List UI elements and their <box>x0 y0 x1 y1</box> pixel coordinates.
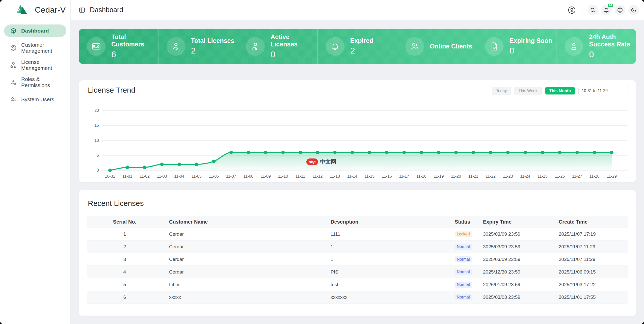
cell-expiry: 2026/01/09 23:59 <box>476 282 552 287</box>
stat-expiring-soon: Expiring Soon0 <box>477 29 556 64</box>
svg-text:11-29: 11-29 <box>607 174 617 178</box>
stat-total-licenses: Total Licenses2 <box>158 29 238 64</box>
cell-create: 2025/11/01 17:55 <box>552 294 628 300</box>
search-icon <box>590 7 596 13</box>
sidebar-item-license-management[interactable]: License Management <box>4 59 66 71</box>
svg-text:11-08: 11-08 <box>244 174 254 178</box>
user-circle-icon <box>10 45 17 51</box>
sidebar-item-label: License Management <box>21 59 66 71</box>
app-window: Cedar-V Dashboard Customer Management <box>0 0 644 324</box>
column-status: Status <box>448 219 476 225</box>
language-button[interactable] <box>615 5 625 15</box>
status-badge: Normal <box>455 269 472 275</box>
cell-expiry: 3025/03/09 23:59 <box>476 244 552 250</box>
dark-mode-button[interactable] <box>628 5 639 15</box>
stat-label: Online Clients <box>430 43 472 50</box>
cell-expiry: 3025/03/03 23:59 <box>476 294 552 300</box>
table-row: 6 xxxxx xxxxxxx Normal 3025/03/03 23:59 … <box>87 291 628 304</box>
svg-text:11-14: 11-14 <box>347 174 357 178</box>
cell-serial: 2 <box>87 244 163 250</box>
cell-description: test <box>324 282 448 287</box>
stat-value: 0 <box>589 49 636 59</box>
stats-banner: Total Customers6 Total Licenses2 Active … <box>79 29 636 64</box>
data-point <box>506 151 510 154</box>
stat-value: 2 <box>191 46 234 56</box>
cell-create: 2025/11/07 17:19 <box>552 231 628 237</box>
cell-description: 1 <box>324 244 448 250</box>
data-point <box>541 151 544 154</box>
data-point <box>177 163 181 166</box>
data-point <box>333 151 337 154</box>
stat-active-licenses: Active Licenses0 <box>238 29 317 64</box>
watermark-text: 中文网 <box>320 158 336 166</box>
recent-licenses-card: Recent Licenses Serial No. Customer Name… <box>79 190 636 316</box>
bell-icon <box>330 42 340 51</box>
column-serial: Serial No. <box>87 219 163 225</box>
date-range-input[interactable] <box>582 89 634 93</box>
data-point <box>454 151 458 154</box>
cell-customer: xxxxx <box>163 294 324 300</box>
data-point <box>195 163 198 166</box>
svg-text:11-05: 11-05 <box>192 174 202 178</box>
filter-this-week-button[interactable]: This Week <box>514 87 542 95</box>
data-point <box>281 151 285 154</box>
top-header: Dashboard 24 <box>71 0 644 20</box>
trend-filters: Today This Week This Month <box>492 87 628 95</box>
data-point <box>402 151 406 154</box>
svg-text:11-01: 11-01 <box>122 174 132 178</box>
watermark: php 中文网 <box>306 158 336 166</box>
column-expiry: Expiry Time <box>476 219 552 225</box>
account-button[interactable] <box>567 5 577 15</box>
filter-this-month-button[interactable]: This Month <box>545 87 575 95</box>
cell-serial: 6 <box>87 294 163 300</box>
stat-label: Active Licenses <box>271 33 317 48</box>
svg-text:10-31: 10-31 <box>105 174 115 178</box>
file-check-icon <box>490 42 499 51</box>
notifications-button[interactable]: 24 <box>601 5 612 15</box>
table-row: 3 Cerdar 1 Normal 3025/03/09 23:59 2025/… <box>87 253 628 266</box>
svg-text:11-12: 11-12 <box>313 174 323 178</box>
sidebar-item-system-users[interactable]: System Users <box>4 93 66 106</box>
stat-label: Total Licenses <box>191 37 234 44</box>
cell-serial: 1 <box>87 231 163 237</box>
data-point <box>523 151 527 154</box>
sidebar-item-label: Roles & Permissions <box>21 76 66 88</box>
cell-customer: Cerdar <box>163 257 324 262</box>
data-point <box>247 151 250 154</box>
user-check-icon <box>171 42 181 51</box>
sidebar-item-customer-management[interactable]: Customer Management <box>4 42 66 54</box>
filter-today-button[interactable]: Today <box>492 87 511 95</box>
sidebar-item-roles-permissions[interactable]: Roles & Permissions <box>4 76 66 89</box>
svg-text:11-06: 11-06 <box>209 174 219 178</box>
column-create: Create Time <box>552 219 628 225</box>
data-point <box>420 151 423 154</box>
svg-text:11-16: 11-16 <box>382 174 392 178</box>
data-point <box>143 166 146 169</box>
user-x-icon <box>251 42 260 51</box>
data-point <box>489 151 492 154</box>
svg-text:11-26: 11-26 <box>555 174 565 178</box>
svg-text:11-02: 11-02 <box>140 174 150 178</box>
data-point <box>575 151 579 154</box>
svg-text:11-15: 11-15 <box>364 174 374 178</box>
search-button[interactable] <box>587 5 598 15</box>
date-range-picker[interactable] <box>578 87 628 95</box>
stat-auth-success-rate: 24h Auth Success Rate0 <box>556 29 636 64</box>
column-description: Description <box>324 219 448 225</box>
id-card-icon <box>91 42 101 51</box>
status-badge: Normal <box>455 256 472 262</box>
sidebar-item-dashboard[interactable]: Dashboard <box>4 24 66 37</box>
sidebar-toggle-icon[interactable] <box>79 7 85 13</box>
account-icon <box>568 6 576 14</box>
stat-label: Total Customers <box>111 33 158 48</box>
cedar-tree-logo-icon <box>14 4 31 16</box>
status-badge: Locked <box>455 231 472 237</box>
stat-value: 0 <box>271 49 317 59</box>
svg-text:0: 0 <box>97 168 99 172</box>
cell-customer: Cerdar <box>163 269 324 275</box>
cell-customer: Cerdar <box>163 231 324 237</box>
license-trend-card: License Trend Today This Week This Month… <box>79 80 636 182</box>
table-row: 2 Cerdar 1 Normal 3025/03/09 23:59 2025/… <box>87 240 628 253</box>
sidebar-menu: Dashboard Customer Management License Ma… <box>0 20 70 106</box>
stat-label: 24h Auth Success Rate <box>589 33 636 48</box>
